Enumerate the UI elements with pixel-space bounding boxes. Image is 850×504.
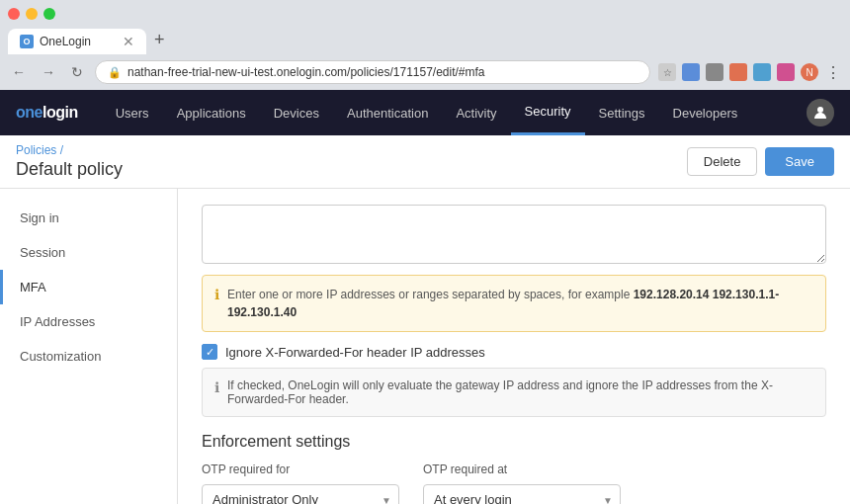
nav-item-developers[interactable]: Developers — [659, 90, 752, 135]
browser-tab[interactable]: O OneLogin ✕ — [8, 29, 146, 54]
url-text: nathan-free-trial-new-ui-test.onelogin.c… — [128, 65, 485, 79]
ip-textarea[interactable] — [202, 205, 826, 264]
extension-icon-4[interactable] — [753, 63, 771, 81]
back-button[interactable]: ← — [8, 62, 30, 82]
ip-info-text: Enter one or more IP addresses or ranges… — [227, 286, 813, 321]
otp-required-at-label: OTP required at — [423, 462, 621, 476]
extension-icon-1[interactable] — [682, 63, 700, 81]
sidebar-item-session[interactable]: Session — [0, 235, 177, 270]
nav-items: Users Applications Devices Authenticatio… — [102, 90, 807, 135]
tab-favicon: O — [20, 35, 34, 48]
ip-info-box: ℹ Enter one or more IP addresses or rang… — [202, 275, 826, 332]
profile-icon[interactable]: N — [801, 63, 818, 81]
info-icon: ℹ — [214, 287, 219, 302]
brand-logo: onelogin — [16, 104, 78, 122]
page-title: Default policy — [16, 159, 123, 180]
sidebar: Sign in Session MFA IP Addresses Customi… — [0, 189, 178, 504]
new-tab-button[interactable]: + — [146, 26, 173, 54]
forward-button[interactable]: → — [38, 62, 59, 82]
nav-item-activity[interactable]: Activity — [442, 90, 510, 135]
sidebar-item-mfa[interactable]: MFA — [0, 270, 177, 304]
traffic-light-red[interactable] — [8, 8, 20, 20]
otp-required-for-select[interactable]: Administrator Only Everyone No one — [202, 484, 399, 504]
nav-item-applications[interactable]: Applications — [163, 90, 260, 135]
page-header: Policies / Default policy Delete Save — [0, 135, 850, 189]
address-bar[interactable]: 🔒 nathan-free-trial-new-ui-test.onelogin… — [95, 60, 650, 84]
main-content: ℹ Enter one or more IP addresses or rang… — [178, 189, 850, 504]
enforcement-form-row: OTP required for Administrator Only Ever… — [202, 462, 826, 504]
breadcrumb: Policies / — [16, 143, 123, 157]
sidebar-item-customization[interactable]: Customization — [0, 339, 177, 374]
extension-icon-2[interactable] — [706, 63, 723, 81]
nav-item-users[interactable]: Users — [102, 90, 163, 135]
lock-icon: 🔒 — [108, 66, 122, 79]
traffic-light-yellow[interactable] — [26, 8, 38, 20]
header-actions: Delete Save — [687, 147, 834, 176]
bookmark-icon[interactable]: ☆ — [658, 63, 676, 81]
breadcrumb-link[interactable]: Policies / — [16, 143, 63, 157]
sidebar-item-sign-in[interactable]: Sign in — [0, 201, 177, 235]
otp-required-for-group: OTP required for Administrator Only Ever… — [202, 462, 399, 504]
xforwarded-info-box: ℹ If checked, OneLogin will only evaluat… — [202, 368, 826, 417]
sidebar-item-ip-addresses[interactable]: IP Addresses — [0, 304, 177, 339]
save-button[interactable]: Save — [765, 147, 834, 176]
otp-required-for-label: OTP required for — [202, 462, 399, 476]
otp-required-at-select[interactable]: At every login Once per day Once per wee… — [423, 484, 621, 504]
nav-item-devices[interactable]: Devices — [260, 90, 333, 135]
nav-item-authentication[interactable]: Authentication — [333, 90, 442, 135]
otp-required-at-group: OTP required at At every login Once per … — [423, 462, 621, 504]
otp-required-for-wrapper: Administrator Only Everyone No one ▼ — [202, 484, 399, 504]
extension-icon-5[interactable] — [777, 63, 795, 81]
xforwarded-info-text: If checked, OneLogin will only evaluate … — [227, 378, 813, 406]
xforwarded-info-icon: ℹ — [214, 379, 219, 395]
svg-point-0 — [817, 107, 823, 113]
checkbox-row: ✓ Ignore X-Forwarded-For header IP addre… — [202, 344, 826, 360]
nav-item-security[interactable]: Security — [511, 90, 585, 135]
tab-close-button[interactable]: ✕ — [123, 35, 134, 48]
ignore-xforwarded-checkbox[interactable]: ✓ — [202, 344, 217, 360]
nav-item-settings[interactable]: Settings — [585, 90, 659, 135]
refresh-button[interactable]: ↻ — [67, 62, 87, 82]
tab-title: OneLogin — [40, 35, 117, 48]
app-nav: onelogin Users Applications Devices Auth… — [0, 90, 850, 135]
delete-button[interactable]: Delete — [687, 147, 758, 176]
user-avatar[interactable] — [807, 99, 834, 126]
ip-textarea-wrapper — [202, 205, 826, 267]
menu-icon[interactable]: ⋮ — [824, 63, 842, 81]
traffic-light-green[interactable] — [43, 8, 55, 20]
page-body: Sign in Session MFA IP Addresses Customi… — [0, 189, 850, 504]
checkbox-label: Ignore X-Forwarded-For header IP address… — [225, 345, 485, 360]
extension-icon-3[interactable] — [729, 63, 747, 81]
otp-required-at-wrapper: At every login Once per day Once per wee… — [423, 484, 621, 504]
enforcement-section-title: Enforcement settings — [202, 433, 826, 451]
